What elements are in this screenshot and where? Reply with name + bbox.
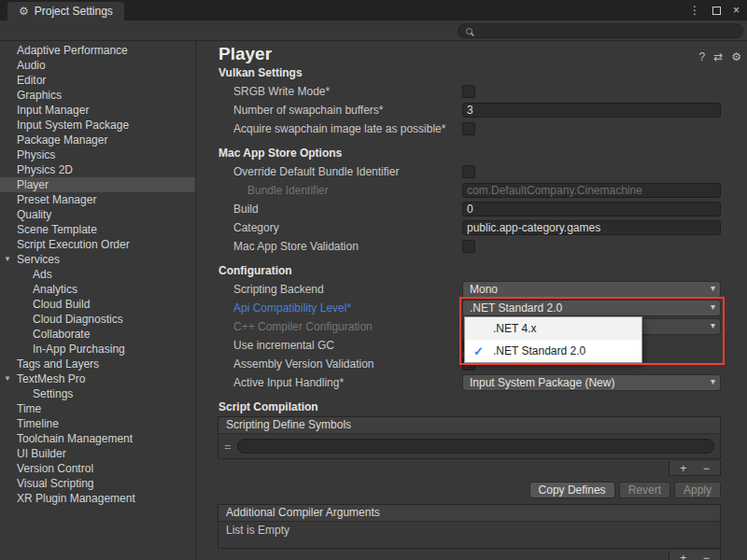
sidebar-item-player[interactable]: Player [0,177,195,192]
checkbox-mac-app-store-validation[interactable] [462,240,475,253]
sidebar-item-toolchain-management[interactable]: Toolchain Management [0,431,195,446]
sidebar-item-input-manager[interactable]: Input Manager [0,103,195,118]
sidebar-item-label: Script Execution Order [17,238,130,251]
remove-define-button[interactable]: − [697,462,715,475]
search-box[interactable] [458,23,743,38]
row-bundle-identifier: Bundle Identifier [197,181,721,200]
sidebar-item-audio[interactable]: Audio [0,58,195,73]
add-argument-button[interactable]: + [674,552,693,560]
sidebar-item-cloud-diagnostics[interactable]: Cloud Diagnostics [0,312,195,327]
checkbox-acquire-swapchain-image-late-as-possible[interactable] [462,122,475,135]
remove-argument-button[interactable]: − [697,552,715,560]
sidebar-item-label: Visual Scripting [17,477,94,490]
option-label: .NET Standard 2.0 [493,344,585,357]
dropdown-option-net-standard-2-0[interactable]: ✓.NET Standard 2.0 [465,340,641,362]
revert-button[interactable]: Revert [619,482,670,498]
sidebar-item-version-control[interactable]: Version Control [0,461,195,476]
sidebar-item-xr-plugin-management[interactable]: XR Plugin Management [0,491,195,506]
chevron-down-icon: ▾ [711,283,715,293]
window-menu-icon[interactable]: ⋮ [689,4,700,17]
dropdown-option-net-4-x[interactable]: .NET 4.x [465,317,641,340]
apply-button[interactable]: Apply [674,482,721,498]
maximize-icon[interactable] [712,7,721,15]
search-input[interactable] [477,23,735,38]
drag-handle-icon[interactable]: = [224,440,232,454]
sidebar-item-input-system-package[interactable]: Input System Package [0,118,195,133]
field-bundle-identifier[interactable] [462,183,721,198]
dropdown-active-input-handling[interactable]: Input System Package (New)▾ [462,374,721,391]
checkbox-srgb-write-mode[interactable] [462,85,475,98]
sidebar-item-in-app-purchasing[interactable]: In-App Purchasing [0,342,195,357]
label-assembly-version-validation: Assembly Version Validation [233,357,462,371]
sidebar-item-time[interactable]: Time [0,401,195,416]
add-define-button[interactable]: + [674,462,693,475]
sidebar-item-textmesh-pro[interactable]: ▼TextMesh Pro [0,371,195,386]
sidebar-item-visual-scripting[interactable]: Visual Scripting [0,476,195,491]
sidebar-item-physics-2d[interactable]: Physics 2D [0,162,195,177]
sidebar-item-label: Package Manager [17,133,107,147]
label-acquire-swapchain-image-late-as-possible: Acquire swapchain image late as possible… [233,122,462,135]
sidebar-item-label: UI Builder [17,447,66,460]
close-icon[interactable]: × [733,4,740,17]
sidebar-item-analytics[interactable]: Analytics [0,282,195,297]
sidebar-item-label: Scene Template [17,223,97,236]
sidebar-item-editor[interactable]: Editor [0,73,195,88]
presets-icon[interactable]: ⇄ [713,50,723,63]
help-icon[interactable]: ? [698,50,705,63]
dropdown-api-compatibility-level[interactable]: .NET Standard 2.0▾ [462,300,721,316]
sidebar-item-label: Timeline [17,417,59,430]
sidebar-item-script-execution-order[interactable]: Script Execution Order [0,237,195,252]
sidebar-item-label: Audio [17,59,46,72]
sidebar-item-physics[interactable]: Physics [0,147,195,162]
foldout-expanded-icon[interactable]: ▼ [4,371,11,386]
sidebar-item-adaptive-performance[interactable]: Adaptive Performance [0,43,195,58]
sidebar-item-services[interactable]: ▼Services [0,252,195,267]
sidebar-item-tags-and-layers[interactable]: Tags and Layers [0,357,195,371]
sidebar-item-preset-manager[interactable]: Preset Manager [0,192,195,207]
tab-project-settings[interactable]: ⚙ Project Settings [7,2,124,21]
sidebar-item-quality[interactable]: Quality [0,207,195,222]
sidebar-item-label: Analytics [33,283,78,296]
add-remove-bar: + − [669,461,721,476]
field-build[interactable] [462,202,721,217]
dropdown-scripting-backend[interactable]: Mono▾ [462,281,721,298]
sidebar-item-label: Preset Manager [17,193,96,206]
settings-content: Vulkan SettingsSRGB Write Mode*Number of… [197,65,747,560]
header-icons: ? ⇄ ⚙ [698,50,741,63]
sidebar-item-graphics[interactable]: Graphics [0,88,195,103]
script-compilation-section: Script Compilation Scripting Define Symb… [197,399,747,560]
control-api-compatibility-level: .NET Standard 2.0▾ [462,300,721,316]
row-override-default-bundle-identifier: Override Default Bundle Identifier [197,162,721,181]
define-symbols-actions: Copy Defines Revert Apply [197,482,721,498]
sidebar-item-collaborate[interactable]: Collaborate [0,327,195,342]
copy-defines-button[interactable]: Copy Defines [529,482,615,498]
sidebar-item-settings[interactable]: Settings [0,386,195,401]
additional-compiler-arguments-box: Additional Compiler Arguments List is Em… [218,504,721,549]
control-number-of-swapchain-buffers [462,103,721,118]
sidebar-item-cloud-build[interactable]: Cloud Build [0,297,195,312]
field-category[interactable] [462,220,721,235]
label-c-compiler-configuration: C++ Compiler Configuration [233,320,462,333]
section-title-configuration: Configuration [218,263,747,278]
sidebar-item-timeline[interactable]: Timeline [0,416,195,431]
define-symbol-input[interactable] [237,439,714,454]
sidebar-item-label: Physics 2D [17,163,73,176]
sidebar-item-scene-template[interactable]: Scene Template [0,222,195,237]
settings-gear-icon[interactable]: ⚙ [731,50,741,63]
add-remove-bar: + − [669,551,721,560]
field-number-of-swapchain-buffers[interactable] [462,103,721,118]
dropdown-value: Mono [470,283,498,296]
sidebar-item-ads[interactable]: Ads [0,267,195,282]
control-bundle-identifier [462,183,721,198]
search-icon [466,28,472,35]
player-settings-panel: Player ? ⇄ ⚙ Vulkan SettingsSRGB Write M… [197,41,747,560]
label-srgb-write-mode: SRGB Write Mode* [233,85,462,98]
label-active-input-handling: Active Input Handling* [233,376,462,389]
row-mac-app-store-validation: Mac App Store Validation [197,237,721,256]
sidebar-item-package-manager[interactable]: Package Manager [0,133,195,147]
checkbox-override-default-bundle-identifier[interactable] [462,165,475,178]
label-use-incremental-gc: Use incremental GC [233,339,462,352]
sidebar-item-label: XR Plugin Management [17,492,135,505]
foldout-expanded-icon[interactable]: ▼ [4,252,11,267]
sidebar-item-ui-builder[interactable]: UI Builder [0,446,195,461]
